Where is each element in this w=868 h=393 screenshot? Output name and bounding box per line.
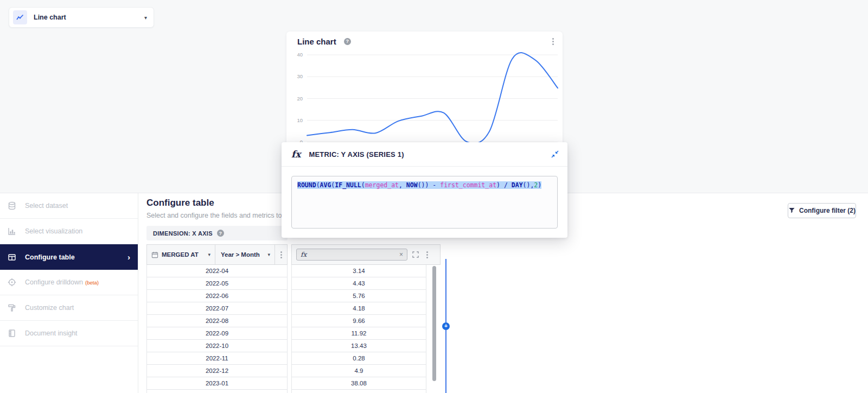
- modal-header: fx METRIC: Y AXIS (SERIES 1): [282, 142, 567, 167]
- dimension-transform-dropdown[interactable]: Year > Month ▾: [215, 245, 275, 264]
- svg-text:20: 20: [297, 96, 303, 102]
- page-title: Configure table: [146, 198, 214, 208]
- line-chart-icon: [13, 10, 27, 24]
- sidebar-item-document-insight[interactable]: Document insight: [0, 321, 138, 346]
- modal-title: METRIC: Y AXIS (SERIES 1): [309, 150, 404, 159]
- sidebar-item-configure-table[interactable]: Configure table ›: [0, 244, 138, 270]
- sidebar-item-label: Select visualization: [25, 227, 82, 235]
- help-icon[interactable]: ?: [217, 230, 224, 237]
- add-series-button[interactable]: +: [442, 322, 450, 330]
- expand-icon[interactable]: [412, 251, 419, 258]
- table-row: 11.92: [291, 327, 426, 340]
- table-row: 2022-08: [146, 315, 288, 327]
- chart-type-select[interactable]: Line chart ▾: [9, 7, 154, 28]
- chevron-down-icon: ▾: [208, 252, 210, 257]
- kebab-icon: [552, 41, 554, 42]
- sidebar-item-select-visualization[interactable]: Select visualization: [0, 219, 138, 244]
- table-row: [291, 390, 426, 393]
- table-row: 2022-07: [146, 302, 288, 315]
- sidebar-item-label: Select dataset: [25, 202, 68, 210]
- table-row: 9.66: [291, 315, 426, 327]
- svg-text:10: 10: [297, 117, 303, 123]
- table-row: [146, 390, 288, 393]
- close-icon[interactable]: ×: [399, 251, 403, 258]
- dimension-section-header: DIMENSION: X AXIS ?: [146, 226, 288, 240]
- table-row: 4.18: [291, 302, 426, 315]
- table-row: 3.14: [291, 265, 426, 277]
- formula-text: ROUND(AVG(IF_NULL(merged_at, NOW()) - fi…: [297, 181, 541, 189]
- filter-icon: [788, 207, 795, 214]
- database-icon: [8, 201, 16, 210]
- table-row: 0.28: [291, 352, 426, 365]
- svg-text:30: 30: [297, 73, 303, 79]
- drilldown-icon: [8, 278, 16, 287]
- dimension-section-label: DIMENSION: X AXIS: [153, 230, 213, 237]
- metric-column-header: fx ×: [291, 244, 441, 265]
- dimension-column-rows: 2022-042022-052022-062022-072022-082022-…: [146, 265, 288, 393]
- formula-editor[interactable]: ROUND(AVG(IF_NULL(merged_at, NOW()) - fi…: [291, 176, 558, 229]
- sidebar-item-configure-drilldown[interactable]: Configure drilldown (beta): [0, 270, 138, 295]
- dimension-transform-label: Year > Month: [221, 251, 260, 258]
- chart-menu-button[interactable]: [548, 36, 557, 46]
- dimension-column-menu[interactable]: [275, 245, 287, 264]
- document-icon: [8, 329, 16, 338]
- chart-type-label: Line chart: [34, 14, 66, 21]
- chart-title: Line chart: [297, 37, 336, 46]
- table-row: 2022-05: [146, 277, 288, 290]
- chevron-down-icon: ▾: [268, 252, 271, 257]
- table-row: 5.76: [291, 290, 426, 302]
- table-row: 2022-12: [146, 365, 288, 377]
- chevron-down-icon: ▾: [144, 15, 147, 21]
- metric-formula-modal: fx METRIC: Y AXIS (SERIES 1) ROUND(AVG(I…: [282, 142, 567, 238]
- filter-button-label: Configure filter (2): [799, 207, 856, 214]
- customize-icon: [8, 303, 16, 312]
- kebab-icon: [426, 254, 428, 256]
- help-icon[interactable]: ?: [344, 38, 351, 45]
- table-row: 2022-04: [146, 265, 288, 277]
- configure-filter-button[interactable]: Configure filter (2): [788, 203, 856, 218]
- table-row: 13.43: [291, 340, 426, 352]
- table-scrollbar[interactable]: [432, 266, 436, 381]
- collapse-icon[interactable]: [551, 150, 559, 158]
- fx-icon: fx: [301, 251, 307, 258]
- dimension-column-header: MERGED AT ▾ Year > Month ▾: [146, 244, 288, 265]
- sidebar-item-select-dataset[interactable]: Select dataset: [0, 193, 138, 219]
- calendar-icon: [151, 251, 158, 258]
- sidebar-item-label: Customize chart: [25, 304, 74, 312]
- chevron-right-icon: ›: [127, 253, 130, 261]
- metric-column-menu[interactable]: [423, 250, 431, 259]
- table-row: 2023-01: [146, 377, 288, 390]
- table-row: 4.9: [291, 365, 426, 377]
- bar-chart-icon: [8, 227, 16, 236]
- sidebar-item-label: Configure drilldown: [25, 278, 83, 286]
- table-row: 2022-06: [146, 290, 288, 302]
- svg-text:40: 40: [297, 52, 303, 58]
- table-row: 4.43: [291, 277, 426, 290]
- table-row: 2022-11: [146, 352, 288, 365]
- beta-badge: (beta): [85, 280, 99, 286]
- sidebar-item-label: Document insight: [25, 329, 78, 337]
- table-row: 2022-09: [146, 327, 288, 340]
- dimension-field-label: MERGED AT: [162, 251, 199, 258]
- page: Line chart ▾ 403020100 Line chart ? Sele…: [0, 0, 868, 393]
- kebab-icon: [280, 254, 282, 256]
- sidebar-item-label: Configure table: [25, 253, 75, 261]
- table-row: 38.08: [291, 377, 426, 390]
- sidebar-item-customize-chart[interactable]: Customize chart: [0, 295, 138, 321]
- sidebar: Select dataset Select visualization Conf…: [0, 193, 138, 393]
- table-icon: [8, 253, 16, 262]
- metric-column-rows: 3.144.435.764.189.6611.9213.430.284.938.…: [291, 265, 426, 393]
- table-row: 2022-10: [146, 340, 288, 352]
- dimension-field-dropdown[interactable]: MERGED AT ▾: [147, 245, 215, 264]
- fx-icon: fx: [291, 149, 301, 160]
- metric-formula-input[interactable]: fx ×: [296, 249, 407, 261]
